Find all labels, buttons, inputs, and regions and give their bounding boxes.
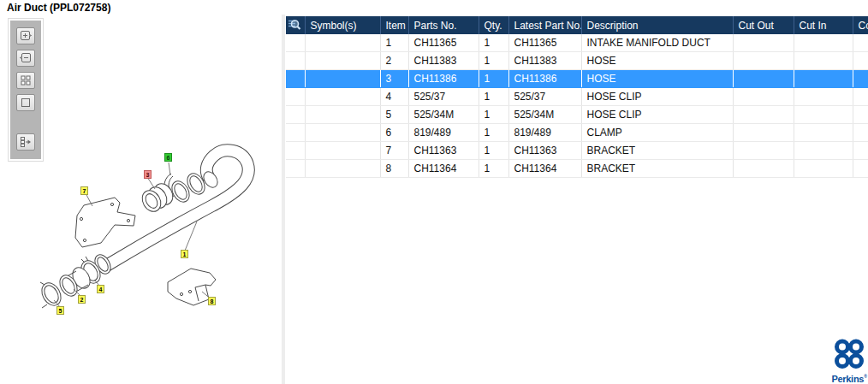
cell-co[interactable] <box>853 34 868 52</box>
cell-co[interactable] <box>853 88 868 106</box>
column-header-parts-no-[interactable]: Parts No. <box>408 16 479 34</box>
cell-qty[interactable]: 1 <box>479 142 508 160</box>
cell-row-icon[interactable] <box>286 70 305 88</box>
cell-latest-part-no[interactable]: CH11365 <box>508 34 581 52</box>
cell-item[interactable]: 1 <box>380 34 408 52</box>
fit-view-button[interactable] <box>16 94 35 111</box>
cell-parts-no[interactable]: CH11365 <box>408 34 479 52</box>
cell-qty[interactable]: 1 <box>479 160 508 178</box>
column-header-co[interactable]: Co <box>853 16 868 34</box>
cell-symbol[interactable] <box>305 88 380 106</box>
table-row[interactable]: 8CH113641CH11364BRACKET <box>286 160 868 178</box>
cell-description[interactable]: INTAKE MANIFOLD DUCT <box>581 34 733 52</box>
cell-symbol[interactable] <box>305 124 380 142</box>
cell-description[interactable]: HOSE CLIP <box>581 88 733 106</box>
cell-cut-in[interactable] <box>794 106 853 124</box>
table-row[interactable]: 5525/34M1525/34MHOSE CLIP <box>286 106 868 124</box>
cell-cut-out[interactable] <box>733 52 794 70</box>
cell-item[interactable]: 3 <box>380 70 408 88</box>
cell-description[interactable]: HOSE <box>581 70 733 88</box>
cell-description[interactable]: BRACKET <box>581 142 733 160</box>
cell-parts-no[interactable]: 525/34M <box>408 106 479 124</box>
cell-item[interactable]: 5 <box>380 106 408 124</box>
column-header-symbol-s-[interactable]: Symbol(s) <box>305 16 380 34</box>
column-header-description[interactable]: Description <box>581 16 733 34</box>
cell-cut-in[interactable] <box>794 142 853 160</box>
header-icon-cell[interactable] <box>286 16 305 34</box>
panel-divider[interactable] <box>282 15 285 384</box>
cell-cut-in[interactable] <box>794 160 853 178</box>
cell-co[interactable] <box>853 52 868 70</box>
cell-row-icon[interactable] <box>286 52 305 70</box>
cell-symbol[interactable] <box>305 70 380 88</box>
callout-1[interactable]: 1 <box>181 250 188 258</box>
cell-cut-out[interactable] <box>733 124 794 142</box>
column-header-latest-part-no-[interactable]: Latest Part No. <box>508 16 581 34</box>
cell-cut-out[interactable] <box>733 160 794 178</box>
cell-row-icon[interactable] <box>286 34 305 52</box>
cell-parts-no[interactable]: CH11364 <box>408 160 479 178</box>
column-header-cut-out[interactable]: Cut Out <box>733 16 794 34</box>
cell-co[interactable] <box>853 124 868 142</box>
cell-co[interactable] <box>853 106 868 124</box>
cell-qty[interactable]: 1 <box>479 70 508 88</box>
cell-row-icon[interactable] <box>286 160 305 178</box>
cell-qty[interactable]: 1 <box>479 52 508 70</box>
cell-parts-no[interactable]: CH11363 <box>408 142 479 160</box>
cell-cut-in[interactable] <box>794 70 853 88</box>
cell-latest-part-no[interactable]: 525/37 <box>508 88 581 106</box>
callout-4[interactable]: 4 <box>97 285 104 293</box>
cell-item[interactable]: 4 <box>380 88 408 106</box>
cell-parts-no[interactable]: CH11386 <box>408 70 479 88</box>
tile-view-button[interactable] <box>16 72 35 89</box>
cell-cut-in[interactable] <box>794 34 853 52</box>
column-header-item[interactable]: Item <box>380 16 408 34</box>
callout-8[interactable]: 8 <box>208 297 216 305</box>
cell-parts-no[interactable]: CH11383 <box>408 52 479 70</box>
cell-latest-part-no[interactable]: CH11363 <box>508 142 581 160</box>
table-row[interactable]: 6819/4891819/489CLAMP <box>286 124 868 142</box>
cell-cut-in[interactable] <box>794 88 853 106</box>
cell-cut-out[interactable] <box>733 88 794 106</box>
cell-latest-part-no[interactable]: CH11386 <box>508 70 581 88</box>
cell-description[interactable]: HOSE CLIP <box>581 106 733 124</box>
cell-qty[interactable]: 1 <box>479 124 508 142</box>
cell-qty[interactable]: 1 <box>479 88 508 106</box>
cell-row-icon[interactable] <box>286 142 305 160</box>
cell-latest-part-no[interactable]: CH11364 <box>508 160 581 178</box>
cell-parts-no[interactable]: 819/489 <box>408 124 479 142</box>
zoom-out-button[interactable] <box>16 50 35 67</box>
column-header-qty-[interactable]: Qty. <box>479 16 508 34</box>
parts-list-button[interactable] <box>16 133 35 151</box>
table-row[interactable]: 2CH113831CH11383HOSE <box>286 52 868 70</box>
table-row[interactable]: 1CH113651CH11365INTAKE MANIFOLD DUCT <box>286 34 868 52</box>
table-row[interactable]: 4525/371525/37HOSE CLIP <box>286 88 868 106</box>
callout-3[interactable]: 3 <box>144 170 152 179</box>
cell-description[interactable]: HOSE <box>581 52 733 70</box>
callout-6[interactable]: 6 <box>164 153 172 162</box>
cell-cut-out[interactable] <box>733 106 794 124</box>
cell-cut-out[interactable] <box>733 70 794 88</box>
cell-symbol[interactable] <box>305 106 380 124</box>
callout-7[interactable]: 7 <box>80 186 88 195</box>
table-row[interactable]: 3CH113861CH11386HOSE <box>286 70 868 88</box>
callout-2[interactable]: 2 <box>78 295 86 304</box>
cell-qty[interactable]: 1 <box>479 106 508 124</box>
cell-row-icon[interactable] <box>286 88 305 106</box>
cell-item[interactable]: 7 <box>380 142 408 160</box>
cell-row-icon[interactable] <box>286 124 305 142</box>
zoom-in-button[interactable] <box>16 27 35 44</box>
cell-parts-no[interactable]: 525/37 <box>408 88 479 106</box>
cell-item[interactable]: 2 <box>380 52 408 70</box>
cell-symbol[interactable] <box>305 52 380 70</box>
cell-qty[interactable]: 1 <box>479 34 508 52</box>
cell-co[interactable] <box>853 142 868 160</box>
cell-row-icon[interactable] <box>286 106 305 124</box>
cell-description[interactable]: BRACKET <box>581 160 733 178</box>
cell-co[interactable] <box>853 70 868 88</box>
cell-cut-in[interactable] <box>794 52 853 70</box>
cell-description[interactable]: CLAMP <box>581 124 733 142</box>
cell-item[interactable]: 6 <box>380 124 408 142</box>
cell-latest-part-no[interactable]: 819/489 <box>508 124 581 142</box>
cell-cut-out[interactable] <box>733 34 794 52</box>
